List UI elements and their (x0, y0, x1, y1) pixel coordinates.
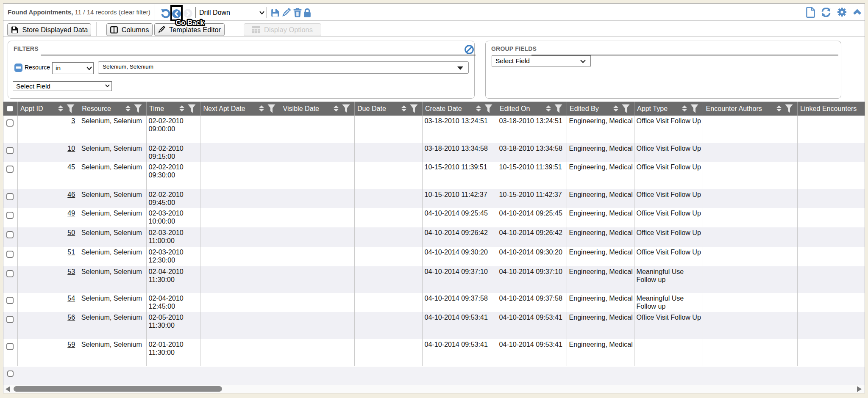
svg-text:Go Back: Go Back (176, 19, 205, 26)
